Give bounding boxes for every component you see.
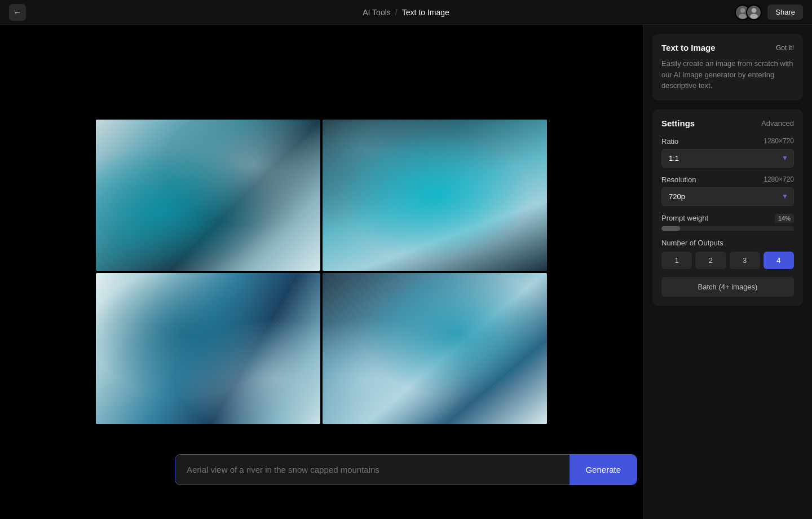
prompt-weight-label-row: Prompt weight 14% (661, 214, 794, 223)
share-button[interactable]: Share (767, 5, 803, 20)
right-panel: Text to Image Got it! Easily create an i… (643, 25, 812, 519)
prompt-weight-label: Prompt weight (661, 214, 708, 222)
ratio-label-row: Ratio 1280×720 (661, 137, 794, 146)
prompt-weight-setting: Prompt weight 14% (661, 214, 794, 231)
advanced-link[interactable]: Advanced (761, 119, 794, 127)
prompt-weight-slider-fill (661, 226, 680, 231)
info-card: Text to Image Got it! Easily create an i… (652, 34, 803, 100)
prompt-weight-badge: 14% (775, 214, 794, 223)
info-card-title: Text to Image (661, 43, 716, 52)
image-cell-4[interactable] (323, 273, 547, 424)
settings-panel: Settings Advanced Ratio 1280×720 1:1 ▼ (652, 109, 803, 306)
avatar-group (735, 5, 762, 20)
image-cell-1[interactable] (96, 120, 320, 271)
svg-point-1 (739, 14, 747, 19)
resolution-dropdown[interactable]: 720p (661, 187, 794, 206)
outputs-label: Number of Outputs (661, 239, 794, 247)
resolution-setting: Resolution 1280×720 720p ▼ (661, 175, 794, 206)
header: ← AI Tools / Text to Image Share (0, 0, 812, 25)
prompt-bar: Generate (175, 454, 637, 485)
output-btn-3[interactable]: 3 (730, 252, 760, 269)
generate-button[interactable]: Generate (570, 455, 637, 485)
resolution-dropdown-wrapper: 720p ▼ (661, 187, 794, 206)
breadcrumb-current: Text to Image (402, 8, 449, 17)
breadcrumb-parent: AI Tools (363, 8, 391, 17)
image-cell-3[interactable] (96, 273, 320, 424)
resolution-selected: 720p (669, 192, 685, 201)
outputs-buttons: 1 2 3 4 (661, 252, 794, 269)
avatar-2 (746, 5, 762, 20)
svg-point-3 (750, 14, 758, 19)
output-btn-4[interactable]: 4 (764, 252, 794, 269)
settings-header: Settings Advanced (661, 118, 794, 128)
header-right: Share (735, 5, 803, 20)
resolution-label: Resolution (661, 175, 696, 184)
svg-point-2 (752, 8, 757, 13)
ratio-value: 1280×720 (764, 137, 794, 145)
outputs-section: Number of Outputs 1 2 3 4 (661, 239, 794, 269)
main-content: Text to Image Got it! Easily create an i… (0, 25, 812, 519)
info-card-header: Text to Image Got it! (661, 43, 794, 52)
batch-button[interactable]: Batch (4+ images) (661, 277, 794, 297)
image-grid (96, 120, 547, 424)
ratio-dropdown[interactable]: 1:1 (661, 149, 794, 168)
info-card-description: Easily create an image from scratch with… (661, 58, 794, 91)
output-btn-1[interactable]: 1 (661, 252, 692, 269)
resolution-label-row: Resolution 1280×720 (661, 175, 794, 184)
image-area (0, 25, 643, 519)
header-left: ← (9, 4, 26, 21)
back-button[interactable]: ← (9, 4, 26, 21)
ratio-label: Ratio (661, 137, 678, 146)
breadcrumb-separator: / (395, 8, 398, 17)
prompt-input[interactable] (175, 455, 570, 485)
resolution-value: 1280×720 (764, 175, 794, 183)
got-it-button[interactable]: Got it! (776, 44, 794, 52)
output-btn-2[interactable]: 2 (695, 252, 726, 269)
settings-title: Settings (661, 118, 695, 128)
breadcrumb: AI Tools / Text to Image (363, 8, 449, 17)
ratio-dropdown-wrapper: 1:1 ▼ (661, 149, 794, 168)
prompt-weight-slider-track[interactable] (661, 226, 794, 231)
svg-point-0 (740, 8, 745, 13)
image-cell-2[interactable] (323, 120, 547, 271)
ratio-selected: 1:1 (669, 154, 679, 162)
ratio-setting: Ratio 1280×720 1:1 ▼ (661, 137, 794, 168)
